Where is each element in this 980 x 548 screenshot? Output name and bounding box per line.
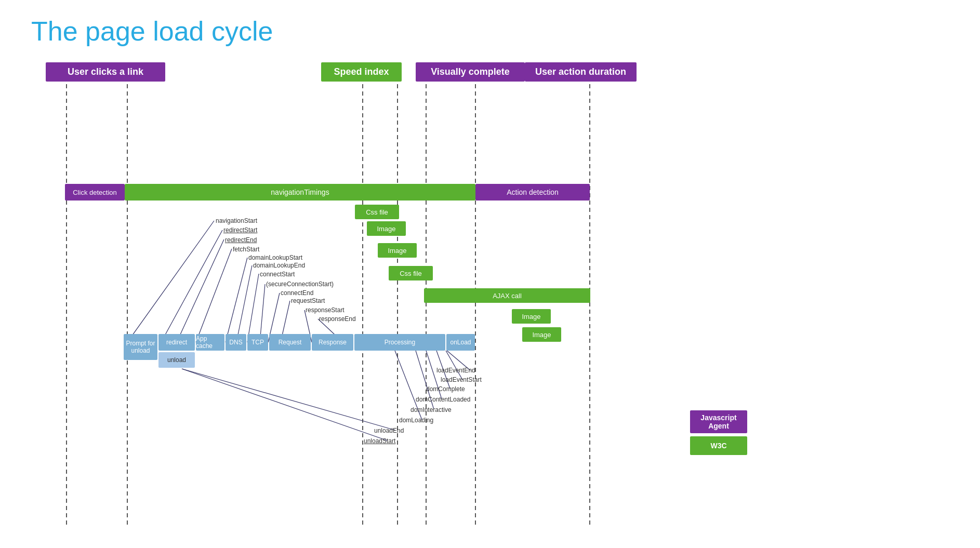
timing-responseEnd: responseEnd (319, 315, 356, 323)
timing-connectEnd: connectEnd (281, 289, 313, 297)
svg-line-20 (446, 351, 462, 380)
resource-image-2: Image (378, 243, 417, 258)
box-onload: onLoad (446, 334, 475, 351)
box-prompt-unload: Prompt for unload (124, 334, 157, 360)
resource-css-file-1: Css file (355, 205, 399, 219)
svg-line-9 (177, 239, 224, 342)
timing-navigationStart: navigationStart (216, 217, 257, 224)
phase-visually-complete: Visually complete (416, 62, 525, 82)
bar-navigation-timings: navigationTimings (125, 184, 475, 201)
timing-domLoading: domLoading (399, 417, 433, 424)
timing-loadEventEnd: loadEventEnd (436, 367, 475, 374)
bar-action-detection: Action detection (475, 184, 590, 201)
svg-line-11 (226, 258, 247, 342)
svg-line-26 (182, 369, 387, 440)
svg-line-8 (161, 230, 222, 342)
box-request: Request (269, 334, 311, 351)
timing-fetchStart: fetchStart (233, 246, 259, 253)
svg-line-12 (236, 265, 252, 342)
timing-domContentLoaded: domContentLoaded (416, 396, 470, 403)
box-processing: Processing (354, 334, 445, 351)
legend-javascript-agent: Javascript Agent (690, 410, 747, 433)
resource-image-4: Image (522, 327, 561, 342)
legend-w3c: W3C (690, 436, 747, 455)
resource-image-3: Image (512, 309, 551, 324)
box-dns: DNS (226, 334, 246, 351)
svg-line-7 (127, 221, 214, 342)
svg-line-25 (182, 369, 395, 430)
phase-user-action-duration: User action duration (525, 62, 637, 82)
timing-unloadStart: unloadStart (364, 437, 395, 445)
resource-ajax-call: AJAX call (424, 288, 590, 303)
timing-domComplete: domComplete (426, 385, 465, 393)
timing-unloadEnd: unloadEnd (374, 427, 404, 434)
diagram-area: User clicks a link Speed index Visually … (0, 57, 980, 525)
timing-domInteractive: domInteractive (410, 406, 452, 413)
timing-domainLookupEnd: domainLookupEnd (253, 262, 305, 269)
phase-user-clicks: User clicks a link (46, 62, 165, 82)
box-redirect: redirect (158, 334, 195, 351)
timing-requestStart: requestStart (291, 297, 325, 304)
timing-loadEventStart: loadEventStart (441, 376, 482, 383)
box-tcp: TCP (247, 334, 268, 351)
page-title: The page load cycle (0, 0, 980, 57)
box-unload: unload (158, 352, 195, 368)
phase-speed-index: Speed index (321, 62, 402, 82)
timing-domainLookupStart: domainLookupStart (248, 254, 302, 261)
box-app-cache: App cache (196, 334, 224, 351)
svg-line-10 (196, 249, 232, 342)
svg-line-13 (247, 274, 259, 342)
resource-image-1: Image (367, 221, 406, 236)
timing-redirectStart: redirectStart (223, 226, 257, 234)
resource-css-file-2: Css file (389, 266, 433, 280)
timing-secureConnectionStart: (secureConnectionStart) (266, 280, 334, 288)
bar-click-detection: Click detection (65, 184, 125, 201)
timing-responseStart: responseStart (306, 306, 345, 314)
box-response: Response (312, 334, 353, 351)
timing-connectStart: connectStart (260, 271, 295, 278)
timing-redirectEnd: redirectEnd (225, 236, 257, 244)
